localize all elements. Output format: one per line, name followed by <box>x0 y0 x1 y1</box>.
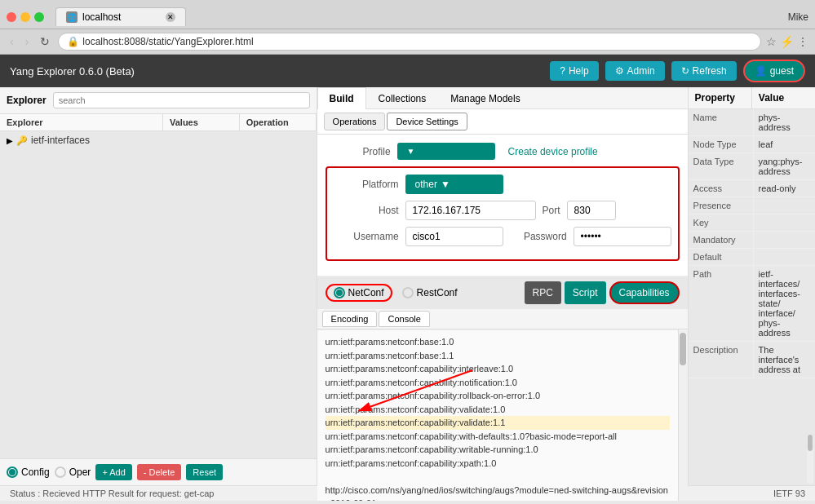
host-label: Host <box>334 205 399 216</box>
prop-row-key: Key <box>689 214 815 232</box>
console-tab[interactable]: Console <box>379 311 429 327</box>
browser-tab[interactable]: 🌐 localhost ✕ <box>55 7 186 26</box>
password-label: Password <box>510 231 567 242</box>
forward-button[interactable]: › <box>22 33 33 50</box>
prop-row-access: Access read-only <box>689 180 815 197</box>
help-icon: ? <box>560 65 565 77</box>
scrollbar-thumb[interactable] <box>680 333 686 365</box>
maximize-traffic-light[interactable] <box>34 12 44 22</box>
close-traffic-light[interactable] <box>7 12 16 22</box>
console-line: urn:ietf:params:netconf:capability:with-… <box>326 430 670 444</box>
prop-row-data-type: Data Type yang:phys-address <box>689 153 815 180</box>
platform-label: Platform <box>334 179 399 190</box>
restconf-option[interactable]: RestConf <box>402 287 458 298</box>
platform-dropdown[interactable]: other ▼ <box>405 175 503 194</box>
admin-button[interactable]: ⚙ Admin <box>605 61 665 81</box>
minimize-traffic-light[interactable] <box>20 12 30 22</box>
extensions-icon[interactable]: ⚡ <box>780 35 794 48</box>
password-input[interactable] <box>574 227 671 246</box>
value-col-header: Value <box>752 87 815 108</box>
console-output: urn:ietf:params:netconf:base:1.0 urn:iet… <box>317 329 678 501</box>
back-button[interactable]: ‹ <box>7 33 17 50</box>
prop-row-name: Name phys-address <box>689 109 815 136</box>
reset-button[interactable]: Reset <box>186 464 223 480</box>
collapse-icon: ▶ <box>7 136 13 145</box>
username-input[interactable] <box>405 227 503 246</box>
add-button[interactable]: + Add <box>95 464 131 480</box>
help-button[interactable]: ? Help <box>550 61 598 81</box>
tab-favicon: 🌐 <box>66 11 78 23</box>
rpc-button[interactable]: RPC <box>525 281 561 304</box>
menu-icon[interactable]: ⋮ <box>797 35 808 48</box>
netconf-option[interactable]: NetConf <box>326 284 392 302</box>
user-label: Mike <box>788 11 808 23</box>
prop-row-mandatory: Mandatory <box>689 232 815 249</box>
username-label: Username <box>334 231 399 242</box>
prop-row-path: Path ietf-interfaces/ interfaces-state/ … <box>689 266 815 342</box>
console-line <box>326 470 670 484</box>
port-label: Port <box>543 205 560 216</box>
property-table: Name phys-address Node Type leaf Data Ty… <box>689 109 815 433</box>
protocol-radio-group: NetConf RestConf <box>326 284 458 302</box>
reload-button[interactable]: ↻ <box>37 33 53 50</box>
restconf-radio[interactable] <box>402 287 414 298</box>
app-title: Yang Explorer 0.6.0 (Beta) <box>10 65 543 77</box>
tab-title: localhost <box>82 11 121 23</box>
console-line: urn:ietf:params:netconf:capability:valid… <box>326 403 670 417</box>
address-bar[interactable]: 🔒 localhost:8088/static/YangExplorer.htm… <box>58 33 761 51</box>
tab-close-button[interactable]: ✕ <box>166 12 175 22</box>
script-button[interactable]: Script <box>565 281 606 304</box>
create-profile-link[interactable]: Create device profile <box>508 146 598 157</box>
prop-row-description: Description The interface's address at <box>689 342 815 378</box>
explorer-col-header: Explorer <box>0 114 163 130</box>
profile-dropdown[interactable]: ▼ <box>397 143 495 160</box>
port-input[interactable] <box>567 201 616 220</box>
platform-value: other <box>415 179 437 190</box>
bookmark-icon[interactable]: ☆ <box>766 35 777 48</box>
sub-tab-operations[interactable]: Operations <box>324 113 386 130</box>
config-label: Config <box>21 466 50 478</box>
platform-caret: ▼ <box>441 179 450 190</box>
tab-collections[interactable]: Collections <box>366 87 439 109</box>
refresh-icon: ↻ <box>681 65 689 77</box>
console-line: urn:ietf:params:netconf:base:1.1 <box>326 349 670 363</box>
console-line: http://cisco.com/ns/yang/ned/ios/switchi… <box>326 484 670 502</box>
netconf-label: NetConf <box>348 287 384 298</box>
profile-label: Profile <box>326 146 391 157</box>
refresh-button[interactable]: ↻ Refresh <box>671 61 737 81</box>
oper-radio[interactable] <box>55 466 66 478</box>
search-input[interactable] <box>53 92 310 108</box>
config-radio-option[interactable]: Config <box>7 466 50 478</box>
tree-item-ietf-interfaces[interactable]: ▶ 🔑 ietf-interfaces <box>0 131 317 149</box>
ietf-label: IETF 93 <box>773 489 805 498</box>
console-line: urn:ietf:params:netconf:base:1.0 <box>326 335 670 349</box>
capabilities-button[interactable]: Capabilities <box>609 281 680 304</box>
tab-build[interactable]: Build <box>317 87 366 109</box>
oper-label: Oper <box>69 466 91 478</box>
oper-radio-option[interactable]: Oper <box>55 466 91 478</box>
guest-button[interactable]: 👤 guest <box>743 60 805 82</box>
config-radio[interactable] <box>7 466 18 478</box>
scrollbar[interactable] <box>678 329 688 501</box>
user-icon: 👤 <box>755 65 767 77</box>
host-input[interactable] <box>405 201 536 220</box>
console-line-highlight: urn:ietf:params:netconf:capability:valid… <box>326 416 670 430</box>
dropdown-caret: ▼ <box>407 147 415 156</box>
sub-tab-device-settings[interactable]: Device Settings <box>387 113 467 130</box>
netconf-radio[interactable] <box>334 287 345 298</box>
values-col-header: Values <box>163 114 240 130</box>
prop-row-presence: Presence <box>689 197 815 214</box>
console-line: urn:ietf:params:netconf:capability:inter… <box>326 362 670 376</box>
console-line: urn:ietf:params:netconf:capability:rollb… <box>326 389 670 403</box>
explorer-title: Explorer <box>7 95 47 106</box>
prop-row-default: Default <box>689 249 815 266</box>
console-line: urn:ietf:params:netconf:capability:writa… <box>326 443 670 457</box>
property-col-header: Property <box>689 87 752 108</box>
admin-icon: ⚙ <box>615 65 624 77</box>
delete-button[interactable]: - Delete <box>137 464 182 480</box>
tab-manage-models[interactable]: Manage Models <box>438 87 532 109</box>
key-icon: 🔑 <box>16 135 28 146</box>
console-line: urn:ietf:params:netconf:capability:notif… <box>326 376 670 390</box>
address-text: localhost:8088/static/YangExplorer.html <box>82 36 752 47</box>
encoding-tab[interactable]: Encoding <box>322 311 378 327</box>
